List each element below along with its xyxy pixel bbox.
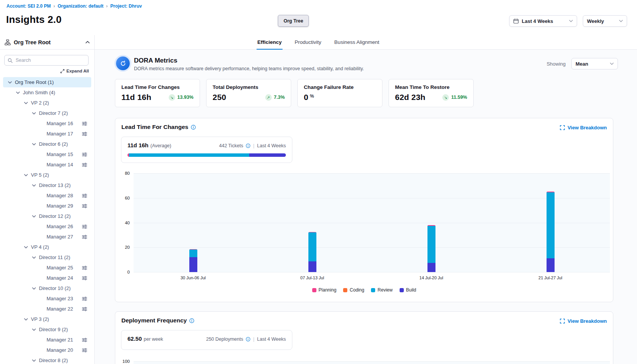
row-settings-icon[interactable] [82, 224, 87, 229]
tree-chevron-icon[interactable] [32, 184, 36, 187]
breadcrumb-separator: › [53, 3, 55, 9]
tree-chevron-icon[interactable] [16, 92, 20, 94]
tree-chevron-icon[interactable] [32, 359, 36, 362]
tree-row-manager-25[interactable]: Manager 25 [3, 263, 91, 273]
legend-item-review[interactable]: Review [371, 287, 392, 293]
tree-row-director-8-2[interactable]: Director 8 (2) [3, 355, 91, 364]
info-icon[interactable] [246, 143, 250, 148]
tree-row-manager-21[interactable]: Manager 21 [3, 335, 91, 345]
tree-row-manager-17[interactable]: Manager 17 [3, 129, 91, 139]
tree-row-manager-29[interactable]: Manager 29 [3, 201, 91, 211]
summary-divider: | [253, 337, 254, 342]
tree-row-manager-26[interactable]: Manager 26 [3, 221, 91, 232]
tree-chevron-icon[interactable] [24, 246, 28, 248]
tab-productivity[interactable]: Productivity [294, 35, 322, 50]
legend-item-planning[interactable]: Planning [312, 287, 337, 293]
tree-row-vp-2-2[interactable]: VP 2 (2) [3, 98, 91, 108]
tree-row-director-9-2[interactable]: Director 9 (2) [3, 324, 91, 335]
tree-row-director-10-2[interactable]: Director 10 (2) [3, 283, 91, 293]
trend-badge: ↘11.59% [442, 94, 467, 101]
showing-select[interactable]: Mean [571, 58, 618, 69]
row-settings-icon[interactable] [82, 306, 87, 312]
metric-card-value-row: 0% [304, 93, 376, 102]
tree-row-director-12-2[interactable]: Director 12 (2) [3, 211, 91, 221]
tree-row-manager-28[interactable]: Manager 28 [3, 190, 91, 201]
collapse-chevron-icon[interactable] [85, 41, 90, 43]
info-icon[interactable] [246, 337, 250, 341]
row-settings-icon[interactable] [82, 203, 87, 209]
tree-row-manager-27[interactable]: Manager 27 [3, 232, 91, 242]
tree-row-manager-14[interactable]: Manager 14 [3, 159, 91, 170]
info-icon[interactable] [189, 318, 194, 323]
x-axis-label: 07 Jul-13 Jul [300, 275, 324, 280]
tree-chevron-icon[interactable] [32, 256, 36, 259]
tree-chevron-icon[interactable] [32, 112, 36, 114]
tree-row-label: Org Tree Root (1) [15, 79, 54, 85]
row-settings-icon[interactable] [82, 162, 87, 168]
tab-efficiency[interactable]: Efficiency [256, 35, 282, 50]
trend-value: 13.93% [177, 95, 194, 100]
tree-row-director-7-2[interactable]: Director 7 (2) [3, 108, 91, 118]
sidebar-header: Org Tree Root [0, 35, 94, 50]
tree-chevron-icon[interactable] [32, 215, 36, 217]
tree-row-manager-24[interactable]: Manager 24 [3, 273, 91, 283]
tree-row-manager-22[interactable]: Manager 22 [3, 304, 91, 314]
view-breakdown-button[interactable]: View Breakdown [560, 318, 607, 324]
x-axis-label: 21 Jul-27 Jul [539, 275, 562, 280]
row-settings-icon[interactable] [82, 348, 87, 353]
tree-chevron-icon[interactable] [24, 102, 28, 104]
tree-row-director-6-2[interactable]: Director 6 (2) [3, 139, 91, 149]
expand-all-button[interactable]: Expand All [60, 69, 89, 73]
breadcrumb-item-organization[interactable]: Organization: default [58, 3, 103, 9]
tree-chevron-icon[interactable] [8, 81, 12, 84]
row-settings-icon[interactable] [82, 296, 87, 301]
tree-chevron-icon[interactable] [32, 287, 36, 290]
search-input[interactable] [4, 55, 89, 66]
tree-chevron-icon[interactable] [32, 329, 36, 331]
row-settings-icon[interactable] [82, 265, 87, 271]
tree-row-manager-15[interactable]: Manager 15 [3, 149, 91, 159]
metric-card-value-row: 11d 16h↘13.93% [121, 93, 194, 102]
tree-chevron-icon[interactable] [32, 143, 36, 145]
info-icon[interactable] [191, 125, 196, 130]
legend-swatch [343, 288, 347, 292]
breadcrumb: Account: SEI 2.0 PM›Organization: defaul… [6, 3, 142, 9]
search-box [4, 55, 89, 66]
tree-chevron-icon[interactable] [24, 174, 28, 176]
breadcrumb-item-account[interactable]: Account: SEI 2.0 PM [6, 3, 51, 9]
summary-value: 62.50 [127, 335, 142, 342]
summary-range: Last 4 Weeks [257, 337, 286, 342]
row-settings-icon[interactable] [82, 152, 87, 157]
legend-item-build[interactable]: Build [400, 287, 416, 293]
tree-row-vp-5-2[interactable]: VP 5 (2) [3, 170, 91, 180]
tree-row-manager-23[interactable]: Manager 23 [3, 293, 91, 304]
tab-business-alignment[interactable]: Business Alignment [334, 35, 380, 50]
row-settings-icon[interactable] [82, 234, 87, 240]
row-settings-icon[interactable] [82, 337, 87, 343]
breadcrumb-item-project[interactable]: Project: Dhruv [110, 3, 142, 9]
deployment-frequency-panel: Deployment Frequency View Breakdown 62.5… [115, 311, 613, 364]
granularity-select[interactable]: Weekly [583, 15, 627, 27]
deployment-summary-card: 62.50 per week 250 Deployments | Last 4 … [121, 330, 292, 350]
tree-chevron-icon[interactable] [24, 318, 28, 321]
date-range-select[interactable]: Last 4 Weeks [509, 15, 577, 27]
tree-row-director-13-2[interactable]: Director 13 (2) [3, 180, 91, 190]
tree-row-john-smith-4[interactable]: John Smith (4) [3, 87, 91, 98]
bar-segment-review [308, 232, 316, 261]
y-axis-tick: 80 [125, 171, 130, 176]
row-settings-icon[interactable] [82, 121, 87, 126]
tree-row-director-11-2[interactable]: Director 11 (2) [3, 252, 91, 263]
row-settings-icon[interactable] [82, 131, 87, 137]
org-tree-button[interactable]: Org Tree [278, 15, 309, 27]
row-settings-icon[interactable] [82, 275, 87, 281]
tree-row-manager-20[interactable]: Manager 20 [3, 345, 91, 355]
tree-row-manager-16[interactable]: Manager 16 [3, 118, 91, 129]
tree-row-vp-4-2[interactable]: VP 4 (2) [3, 242, 91, 252]
chevron-down-icon [619, 20, 623, 22]
tree-row-org-tree-root-1[interactable]: Org Tree Root (1) [3, 77, 91, 87]
view-breakdown-button[interactable]: View Breakdown [560, 125, 607, 130]
legend-item-coding[interactable]: Coding [343, 287, 364, 293]
org-tree: Org Tree Root (1)John Smith (4)VP 2 (2)D… [3, 77, 91, 364]
row-settings-icon[interactable] [82, 193, 87, 198]
tree-row-vp-3-2[interactable]: VP 3 (2) [3, 314, 91, 324]
